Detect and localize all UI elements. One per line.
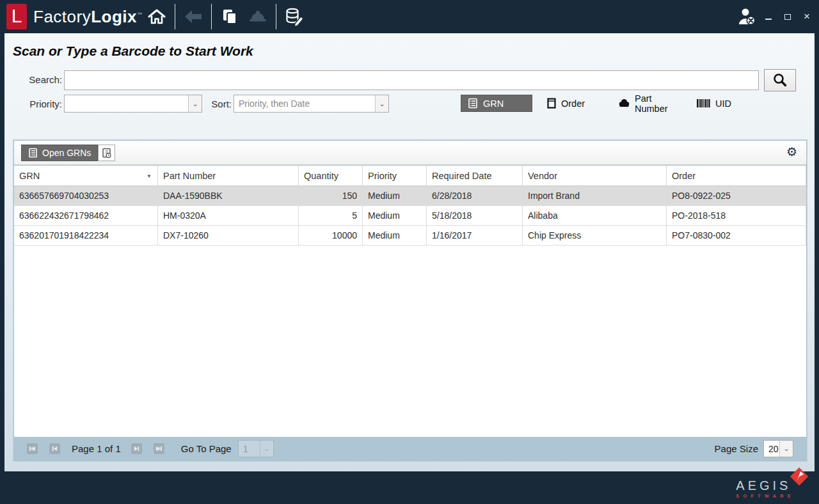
aegis-software-label: SOFTWARE [736, 494, 795, 498]
column-header-label: Vendor [528, 171, 557, 181]
mode-button-uid[interactable]: UID [690, 95, 730, 112]
table-header-row: GRN▼Part NumberQuantityPriorityRequired … [14, 166, 806, 186]
cell-grn: 636657669704030253 [14, 186, 158, 206]
grn-history-button[interactable] [98, 145, 115, 161]
column-header-label: Part Number [163, 171, 216, 181]
cell-quantity: 10000 [299, 226, 363, 246]
cell-quantity: 150 [299, 186, 363, 206]
grn-panel: Open GRNs ⚙ GRN▼Part NumberQuantityPrior… [13, 139, 807, 462]
part-number-icon [619, 98, 630, 108]
table-row[interactable]: 636657669704030253DAA-1590BBK150Medium6/… [14, 186, 806, 206]
last-page-button[interactable] [154, 443, 164, 454]
page-title: Scan or Type a Barcode to Start Work [13, 43, 253, 59]
column-header-label: Quantity [304, 171, 338, 181]
column-header-quantity[interactable]: Quantity [299, 166, 363, 186]
mode-label: Order [561, 98, 585, 109]
mode-label: Part Number [635, 93, 680, 114]
aegis-name: AEGIS [736, 478, 795, 493]
cell-grn: 636622432671798462 [14, 206, 158, 226]
column-header-part-number[interactable]: Part Number [158, 166, 299, 186]
cell-vendor: Chip Express [523, 226, 667, 246]
cell-vendor: Alibaba [523, 206, 667, 226]
sort-descending-icon: ▼ [147, 173, 152, 179]
sort-select[interactable]: Priority, then Date ⌄ [234, 95, 389, 113]
database-edit-icon[interactable] [280, 3, 308, 31]
page-size-select[interactable]: 20 ⌄ [763, 440, 793, 457]
page-indicator: Page 1 of 1 [72, 443, 121, 454]
brand-title: FactoryLogix™ [33, 7, 143, 27]
mode-label: GRN [483, 98, 504, 109]
toolbar-divider [211, 4, 212, 29]
panel-toolbar: Open GRNs ⚙ [14, 141, 806, 165]
cell-priority: Medium [363, 226, 427, 246]
table-row[interactable]: 636622432671798462HM-0320A5Medium5/18/20… [14, 206, 806, 226]
back-arrow-icon [179, 3, 207, 31]
column-header-priority[interactable]: Priority [363, 166, 427, 186]
sort-label: Sort: [207, 98, 232, 109]
toolbar-divider [276, 4, 276, 29]
cell-part-number: HM-0320A [158, 206, 299, 226]
next-page-button[interactable] [131, 443, 142, 454]
cell-quantity: 5 [299, 206, 363, 226]
cell-required-date: 6/28/2018 [427, 186, 523, 206]
page-size-label: Page Size [715, 443, 758, 454]
user-logout-icon[interactable] [733, 3, 761, 31]
aegis-logo: AEGIS SOFTWARE [736, 478, 795, 498]
chevron-down-icon: ⌄ [375, 95, 388, 112]
column-header-grn[interactable]: GRN▼ [14, 166, 158, 186]
grn-clock-icon [102, 148, 112, 159]
open-grns-button[interactable]: Open GRNs [21, 145, 98, 161]
grn-list-icon [28, 148, 38, 158]
cell-required-date: 5/18/2018 [427, 206, 523, 226]
search-input[interactable] [64, 70, 759, 90]
gear-icon[interactable]: ⚙ [786, 145, 797, 159]
grn-list-icon [468, 98, 478, 109]
chevron-down-icon: ⌄ [260, 441, 273, 457]
order-document-icon [547, 98, 556, 109]
cell-order: PO8-0922-025 [667, 186, 806, 206]
toolbar-divider [175, 4, 175, 29]
pagination-bar: Page 1 of 1 Go To Page 1 ⌄ Page Size 20 … [14, 437, 806, 461]
copy-pages-icon[interactable] [216, 3, 244, 31]
cell-priority: Medium [363, 206, 427, 226]
cell-order: PO7-0830-002 [667, 226, 806, 246]
minimize-button[interactable] [761, 10, 775, 24]
cell-required-date: 1/16/2017 [427, 226, 523, 246]
previous-page-button[interactable] [49, 443, 60, 454]
mode-button-grn[interactable]: GRN [461, 95, 532, 112]
uid-barcode-icon [697, 99, 710, 107]
cell-vendor: Import Brand [523, 186, 667, 206]
mode-button-order[interactable]: Order [541, 95, 592, 112]
home-icon[interactable] [143, 3, 171, 31]
grn-table: GRN▼Part NumberQuantityPriorityRequired … [14, 166, 806, 437]
column-header-required-date[interactable]: Required Date [427, 166, 523, 186]
chevron-down-icon: ⌄ [779, 441, 793, 457]
aegis-diamond-icon [788, 466, 810, 490]
column-header-order[interactable]: Order [667, 166, 806, 186]
mode-button-part-number[interactable]: Part Number [612, 95, 686, 112]
search-button[interactable] [764, 69, 796, 91]
close-button[interactable]: × [800, 10, 814, 24]
search-icon [772, 72, 788, 89]
main-content: Scan or Type a Barcode to Start Work Sea… [4, 33, 815, 471]
cell-grn: 636201701918422234 [14, 226, 158, 246]
cell-part-number: DAA-1590BBK [158, 186, 299, 206]
mode-label: UID [715, 98, 731, 109]
cell-part-number: DX7-10260 [158, 226, 299, 246]
first-page-button[interactable] [27, 443, 38, 454]
footer-bar: AEGIS SOFTWARE [0, 471, 819, 504]
search-label: Search: [13, 74, 62, 85]
goto-page-label: Go To Page [181, 443, 232, 454]
cell-priority: Medium [363, 186, 427, 206]
table-row[interactable]: 636201701918422234DX7-1026010000Medium1/… [14, 226, 806, 246]
column-header-label: Priority [368, 171, 397, 181]
column-header-label: GRN [19, 171, 40, 181]
open-grns-label: Open GRNs [42, 148, 91, 158]
top-bar: L FactoryLogix™ [0, 0, 819, 33]
column-header-vendor[interactable]: Vendor [523, 166, 667, 186]
factorylogix-logo: L [6, 4, 27, 29]
priority-label: Priority: [13, 98, 62, 109]
maximize-button[interactable] [781, 10, 795, 24]
column-header-label: Order [672, 171, 696, 181]
priority-select[interactable]: ⌄ [64, 95, 202, 113]
